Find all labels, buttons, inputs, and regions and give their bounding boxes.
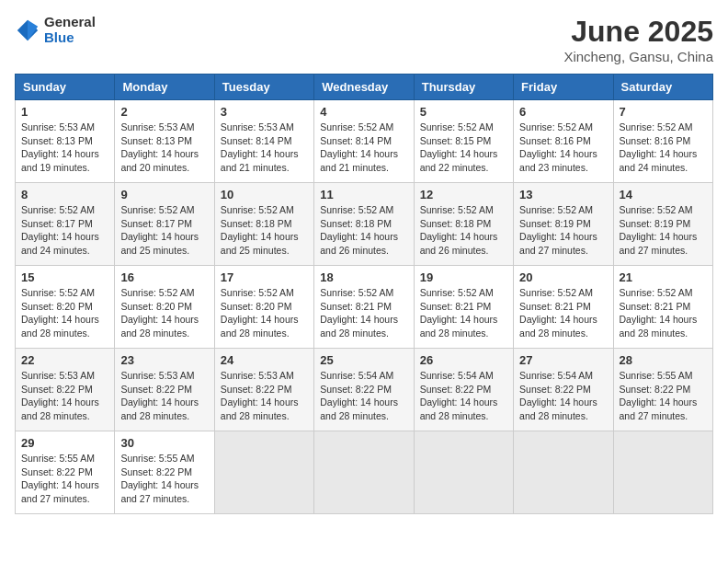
calendar-cell: 22Sunrise: 5:53 AMSunset: 8:22 PMDayligh… (16, 349, 115, 431)
day-info: Sunrise: 5:55 AMSunset: 8:22 PMDaylight:… (620, 370, 698, 421)
calendar-cell (613, 431, 712, 514)
day-number: 15 (21, 270, 108, 284)
day-number: 3 (221, 105, 308, 119)
day-info: Sunrise: 5:52 AMSunset: 8:20 PMDaylight:… (221, 287, 299, 339)
day-info: Sunrise: 5:53 AMSunset: 8:22 PMDaylight:… (221, 370, 299, 421)
calendar-cell: 10Sunrise: 5:52 AMSunset: 8:18 PMDayligh… (214, 183, 313, 266)
calendar-cell: 15Sunrise: 5:52 AMSunset: 8:20 PMDayligh… (16, 266, 115, 349)
day-info: Sunrise: 5:52 AMSunset: 8:16 PMDaylight:… (519, 121, 597, 173)
day-info: Sunrise: 5:52 AMSunset: 8:21 PMDaylight:… (519, 287, 597, 339)
header-cell-saturday: Saturday (613, 75, 712, 100)
logo-icon (15, 17, 40, 43)
calendar-cell: 26Sunrise: 5:54 AMSunset: 8:22 PMDayligh… (414, 349, 513, 431)
calendar-cell (514, 431, 613, 514)
calendar-cell: 17Sunrise: 5:52 AMSunset: 8:20 PMDayligh… (214, 266, 313, 349)
day-info: Sunrise: 5:52 AMSunset: 8:15 PMDaylight:… (420, 121, 498, 173)
day-info: Sunrise: 5:53 AMSunset: 8:13 PMDaylight:… (120, 121, 199, 173)
day-number: 13 (519, 188, 607, 201)
calendar-cell: 1Sunrise: 5:53 AMSunset: 8:13 PMDaylight… (16, 100, 115, 183)
day-number: 28 (620, 353, 707, 367)
calendar-cell: 24Sunrise: 5:53 AMSunset: 8:22 PMDayligh… (214, 349, 313, 431)
calendar-subtitle: Xincheng, Gansu, China (563, 49, 713, 64)
calendar-week-row: 8Sunrise: 5:52 AMSunset: 8:17 PMDaylight… (16, 183, 713, 266)
calendar-week-row: 1Sunrise: 5:53 AMSunset: 8:13 PMDaylight… (16, 100, 713, 183)
logo-general-text: General (44, 15, 96, 30)
calendar-cell (314, 431, 414, 514)
day-info: Sunrise: 5:54 AMSunset: 8:22 PMDaylight:… (519, 370, 597, 421)
day-number: 21 (620, 270, 707, 284)
calendar-cell: 2Sunrise: 5:53 AMSunset: 8:13 PMDaylight… (115, 100, 214, 183)
day-info: Sunrise: 5:52 AMSunset: 8:21 PMDaylight:… (420, 287, 498, 339)
calendar-cell: 14Sunrise: 5:52 AMSunset: 8:19 PMDayligh… (613, 183, 712, 266)
day-info: Sunrise: 5:52 AMSunset: 8:18 PMDaylight:… (420, 204, 498, 256)
day-info: Sunrise: 5:52 AMSunset: 8:21 PMDaylight:… (320, 287, 398, 339)
day-number: 14 (620, 188, 707, 201)
day-number: 11 (320, 188, 407, 201)
day-number: 30 (120, 436, 208, 450)
calendar-cell: 23Sunrise: 5:53 AMSunset: 8:22 PMDayligh… (115, 349, 214, 431)
calendar-cell: 16Sunrise: 5:52 AMSunset: 8:20 PMDayligh… (115, 266, 214, 349)
day-info: Sunrise: 5:52 AMSunset: 8:20 PMDaylight:… (21, 287, 99, 339)
day-info: Sunrise: 5:52 AMSunset: 8:18 PMDaylight:… (320, 204, 398, 256)
day-number: 25 (320, 353, 407, 367)
day-number: 17 (221, 270, 308, 284)
day-info: Sunrise: 5:54 AMSunset: 8:22 PMDaylight:… (420, 370, 498, 421)
calendar-cell: 3Sunrise: 5:53 AMSunset: 8:14 PMDaylight… (214, 100, 313, 183)
day-info: Sunrise: 5:55 AMSunset: 8:22 PMDaylight:… (120, 453, 199, 504)
day-number: 5 (420, 105, 507, 119)
day-number: 23 (120, 353, 208, 367)
header-cell-wednesday: Wednesday (314, 75, 414, 100)
day-info: Sunrise: 5:53 AMSunset: 8:22 PMDaylight:… (120, 370, 199, 421)
calendar-cell: 12Sunrise: 5:52 AMSunset: 8:18 PMDayligh… (414, 183, 513, 266)
day-number: 10 (221, 188, 308, 201)
calendar-week-row: 22Sunrise: 5:53 AMSunset: 8:22 PMDayligh… (16, 349, 713, 431)
day-info: Sunrise: 5:53 AMSunset: 8:13 PMDaylight:… (21, 121, 99, 173)
calendar-title: June 2025 (563, 15, 713, 49)
header-cell-sunday: Sunday (16, 75, 115, 100)
calendar-header: SundayMondayTuesdayWednesdayThursdayFrid… (16, 75, 713, 100)
day-info: Sunrise: 5:52 AMSunset: 8:19 PMDaylight:… (620, 204, 698, 256)
logo-text: General Blue (44, 15, 96, 45)
day-number: 27 (519, 353, 607, 367)
day-info: Sunrise: 5:52 AMSunset: 8:17 PMDaylight:… (21, 204, 99, 256)
header-cell-tuesday: Tuesday (214, 75, 313, 100)
calendar-cell: 25Sunrise: 5:54 AMSunset: 8:22 PMDayligh… (314, 349, 414, 431)
calendar-cell: 7Sunrise: 5:52 AMSunset: 8:16 PMDaylight… (613, 100, 712, 183)
calendar-cell: 5Sunrise: 5:52 AMSunset: 8:15 PMDaylight… (414, 100, 513, 183)
calendar-cell (214, 431, 313, 514)
day-number: 12 (420, 188, 507, 201)
calendar-cell: 28Sunrise: 5:55 AMSunset: 8:22 PMDayligh… (613, 349, 712, 431)
day-info: Sunrise: 5:55 AMSunset: 8:22 PMDaylight:… (21, 453, 99, 504)
calendar-cell: 8Sunrise: 5:52 AMSunset: 8:17 PMDaylight… (16, 183, 115, 266)
day-info: Sunrise: 5:52 AMSunset: 8:18 PMDaylight:… (221, 204, 299, 256)
calendar-week-row: 29Sunrise: 5:55 AMSunset: 8:22 PMDayligh… (16, 431, 713, 514)
calendar-cell: 13Sunrise: 5:52 AMSunset: 8:19 PMDayligh… (514, 183, 613, 266)
day-number: 20 (519, 270, 607, 284)
logo: General Blue (15, 15, 96, 45)
day-number: 29 (21, 436, 108, 450)
calendar-cell: 18Sunrise: 5:52 AMSunset: 8:21 PMDayligh… (314, 266, 414, 349)
day-number: 18 (320, 270, 407, 284)
day-number: 22 (21, 353, 108, 367)
day-number: 2 (120, 105, 208, 119)
calendar-cell: 4Sunrise: 5:52 AMSunset: 8:14 PMDaylight… (314, 100, 414, 183)
calendar-table: SundayMondayTuesdayWednesdayThursdayFrid… (15, 74, 713, 514)
day-info: Sunrise: 5:54 AMSunset: 8:22 PMDaylight:… (320, 370, 398, 421)
header-cell-thursday: Thursday (414, 75, 513, 100)
calendar-cell: 6Sunrise: 5:52 AMSunset: 8:16 PMDaylight… (514, 100, 613, 183)
calendar-cell (414, 431, 513, 514)
day-number: 9 (120, 188, 208, 201)
calendar-week-row: 15Sunrise: 5:52 AMSunset: 8:20 PMDayligh… (16, 266, 713, 349)
header-cell-monday: Monday (115, 75, 214, 100)
calendar-cell: 30Sunrise: 5:55 AMSunset: 8:22 PMDayligh… (115, 431, 214, 514)
calendar-cell: 21Sunrise: 5:52 AMSunset: 8:21 PMDayligh… (613, 266, 712, 349)
logo-blue-text: Blue (44, 30, 96, 46)
day-info: Sunrise: 5:52 AMSunset: 8:19 PMDaylight:… (519, 204, 597, 256)
day-number: 7 (620, 105, 707, 119)
day-number: 16 (120, 270, 208, 284)
day-info: Sunrise: 5:53 AMSunset: 8:22 PMDaylight:… (21, 370, 99, 421)
day-number: 6 (519, 105, 607, 119)
day-number: 1 (21, 105, 108, 119)
day-number: 19 (420, 270, 507, 284)
calendar-cell: 29Sunrise: 5:55 AMSunset: 8:22 PMDayligh… (16, 431, 115, 514)
